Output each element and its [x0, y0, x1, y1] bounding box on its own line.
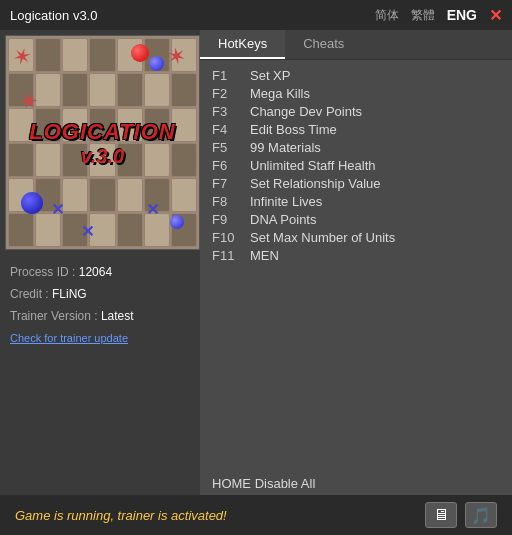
lang-simplified[interactable]: 简体 — [375, 7, 399, 24]
tab-hotkeys[interactable]: HotKeys — [200, 30, 285, 59]
red-ball — [131, 44, 149, 62]
cheat-row-f1: F1 Set XP — [212, 68, 500, 83]
blue-ball-top — [149, 56, 164, 71]
cheat-name-f11: MEN — [250, 248, 279, 263]
cheat-key-f1: F1 — [212, 68, 250, 83]
cheat-row-f3: F3 Change Dev Points — [212, 104, 500, 119]
monitor-icon: 🖥 — [433, 506, 449, 524]
status-text: Game is running, trainer is activated! — [15, 508, 227, 523]
title-bar: Logication v3.0 简体 繁體 ENG ✕ — [0, 0, 512, 30]
cheat-key-f7: F7 — [212, 176, 250, 191]
blue-ball-br — [170, 215, 184, 229]
process-label: Process ID : — [10, 265, 75, 279]
home-disable-row: HOME Disable All — [200, 468, 512, 495]
version-label: Trainer Version : — [10, 309, 98, 323]
update-row[interactable]: Check for trainer update — [10, 331, 190, 345]
cheat-key-f8: F8 — [212, 194, 250, 209]
version-row: Trainer Version : Latest — [10, 309, 190, 323]
cheat-key-f11: F11 — [212, 248, 250, 263]
cheat-key-f3: F3 — [212, 104, 250, 119]
cheat-row-f6: F6 Unlimited Staff Health — [212, 158, 500, 173]
status-icons: 🖥 🎵 — [425, 502, 497, 528]
credit-value: FLiNG — [52, 287, 87, 301]
cheat-name-f8: Infinite Lives — [250, 194, 322, 209]
cheat-key-f9: F9 — [212, 212, 250, 227]
app-title: Logication v3.0 — [10, 8, 97, 23]
credit-label: Credit : — [10, 287, 49, 301]
cheat-name-f5: 99 Materials — [250, 140, 321, 155]
right-panel: HotKeys Cheats F1 Set XP F2 Mega Kills F… — [200, 30, 512, 495]
version-value: Latest — [101, 309, 134, 323]
cheat-row-f8: F8 Infinite Lives — [212, 194, 500, 209]
close-button[interactable]: ✕ — [489, 6, 502, 25]
cheat-name-f1: Set XP — [250, 68, 290, 83]
game-logo-version: v.3.0 — [29, 144, 175, 167]
cheat-row-f9: F9 DNA Points — [212, 212, 500, 227]
home-label: Disable All — [255, 476, 316, 491]
cheat-row-f7: F7 Set Relationship Value — [212, 176, 500, 191]
cheat-key-f2: F2 — [212, 86, 250, 101]
credit-row: Credit : FLiNG — [10, 287, 190, 301]
cheat-name-f10: Set Max Number of Units — [250, 230, 395, 245]
blue-ball-bottom — [21, 192, 43, 214]
cheat-name-f4: Edit Boss Time — [250, 122, 337, 137]
cheats-list: F1 Set XP F2 Mega Kills F3 Change Dev Po… — [200, 60, 512, 468]
game-image: ✶ ✶ ✶ ✕ ✕ ✕ LOGICATION v.3.0 — [5, 35, 200, 250]
home-key: HOME — [212, 476, 251, 491]
cheat-row-f11: F11 MEN — [212, 248, 500, 263]
update-link[interactable]: Check for trainer update — [10, 332, 128, 344]
lang-traditional[interactable]: 繁體 — [411, 7, 435, 24]
x-mark-2: ✕ — [146, 200, 159, 219]
music-icon: 🎵 — [471, 506, 491, 525]
title-bar-controls: 简体 繁體 ENG ✕ — [375, 6, 502, 25]
monitor-button[interactable]: 🖥 — [425, 502, 457, 528]
cheat-row-f5: F5 99 Materials — [212, 140, 500, 155]
cheat-key-f4: F4 — [212, 122, 250, 137]
game-panel: ✶ ✶ ✶ ✕ ✕ ✕ LOGICATION v.3.0 Process ID … — [0, 30, 200, 495]
cheat-name-f6: Unlimited Staff Health — [250, 158, 376, 173]
status-bar: Game is running, trainer is activated! 🖥… — [0, 495, 512, 535]
music-button[interactable]: 🎵 — [465, 502, 497, 528]
x-mark-3: ✕ — [81, 222, 94, 241]
game-logo: LOGICATION v.3.0 — [29, 118, 175, 167]
process-value: 12064 — [79, 265, 112, 279]
process-row: Process ID : 12064 — [10, 265, 190, 279]
cheat-row-f4: F4 Edit Boss Time — [212, 122, 500, 137]
main-area: ✶ ✶ ✶ ✕ ✕ ✕ LOGICATION v.3.0 Process ID … — [0, 30, 512, 495]
cheat-row-f2: F2 Mega Kills — [212, 86, 500, 101]
cheat-key-f10: F10 — [212, 230, 250, 245]
cheat-key-f6: F6 — [212, 158, 250, 173]
cheat-key-f5: F5 — [212, 140, 250, 155]
tabs-bar: HotKeys Cheats — [200, 30, 512, 60]
cheat-name-f2: Mega Kills — [250, 86, 310, 101]
info-panel: Process ID : 12064 Credit : FLiNG Traine… — [0, 255, 200, 363]
x-mark-1: ✕ — [51, 200, 64, 219]
cheat-name-f3: Change Dev Points — [250, 104, 362, 119]
cheat-row-f10: F10 Set Max Number of Units — [212, 230, 500, 245]
game-logo-title: LOGICATION — [29, 118, 175, 144]
lang-english[interactable]: ENG — [447, 7, 477, 23]
cheat-name-f9: DNA Points — [250, 212, 316, 227]
cheat-name-f7: Set Relationship Value — [250, 176, 381, 191]
tab-cheats[interactable]: Cheats — [285, 30, 362, 59]
